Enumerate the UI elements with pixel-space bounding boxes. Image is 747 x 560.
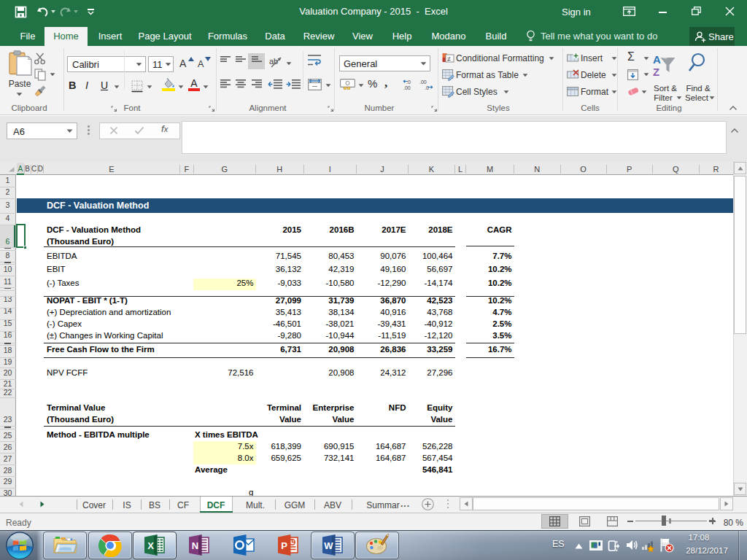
svg-text:≠: ≠: [447, 55, 451, 63]
svg-text:.0: .0: [425, 85, 429, 90]
svg-text:N: N: [191, 540, 198, 551]
svg-text:.00: .00: [419, 79, 427, 85]
svg-text:Z: Z: [653, 66, 659, 78]
svg-text:X: X: [147, 540, 154, 551]
svg-text:A: A: [653, 53, 661, 66]
svg-text:.00: .00: [403, 85, 411, 90]
svg-text:P: P: [281, 540, 287, 551]
svg-text:.0: .0: [406, 79, 411, 85]
svg-text:W: W: [324, 540, 333, 551]
